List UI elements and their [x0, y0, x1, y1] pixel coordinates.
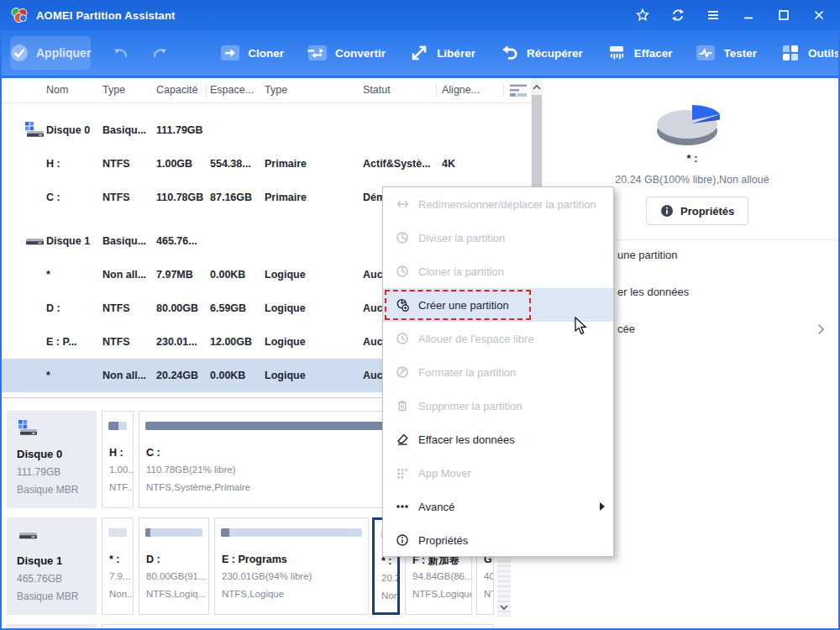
- table-row-disk[interactable]: Disque 0Basiqu...111.79GB: [0, 113, 529, 147]
- toolbar-button-label: Récupérer: [527, 47, 583, 60]
- cell-ptype: Logique: [265, 291, 306, 325]
- action-item-fragment[interactable]: cée: [617, 323, 635, 338]
- disk-style: Basique MBR: [17, 484, 78, 496]
- usage-bar: [145, 528, 202, 537]
- menu-item-label: Avancé: [418, 501, 454, 513]
- undo-icon[interactable]: [113, 42, 129, 64]
- column-header-0[interactable]: Nom: [46, 78, 68, 102]
- redo-icon[interactable]: [151, 42, 168, 64]
- cell-name: Disque 1: [46, 224, 90, 258]
- context-menu: Redimensionner/déplacer la partitionDivi…: [382, 186, 614, 557]
- advanced-icon: [395, 500, 410, 513]
- cell-type: NTFS: [102, 325, 130, 359]
- partition-block[interactable]: * :7.9...Non...: [102, 517, 134, 615]
- toolbar-button-récupérer[interactable]: Récupérer: [499, 43, 583, 63]
- table-row-partition[interactable]: H :NTFS1.00GB554.38...PrimaireActif&Syst…: [0, 147, 529, 181]
- toolbar-button-outils[interactable]: Outils: [780, 43, 840, 63]
- tools-icon: [780, 43, 801, 63]
- partition-size: 80.00GB(91...: [146, 571, 207, 581]
- toolbar-button-convertir[interactable]: Convertir: [307, 43, 386, 63]
- cell-capacity: 110.78GB: [156, 181, 203, 214]
- menu-item-propri-t-s[interactable]: Propriétés: [383, 523, 613, 557]
- cell-capacity: 7.97MB: [156, 258, 193, 291]
- recover-icon: [499, 43, 519, 63]
- partition-label: * :: [381, 555, 392, 567]
- cell-free: 87.16GB: [210, 181, 252, 214]
- scroll-down-icon[interactable]: [499, 600, 509, 615]
- cell-name: Disque 0: [46, 113, 90, 147]
- minimize-icon[interactable]: [736, 4, 761, 26]
- partition-block[interactable]: E : Programs230.01GB(94% libre)NTFS,Logi…: [214, 517, 369, 615]
- cell-ptype: Primaire: [265, 147, 307, 181]
- menu-icon[interactable]: [701, 4, 726, 26]
- disk-style: Basique MBR: [17, 591, 78, 602]
- menu-item-label: Formater la partition: [418, 366, 516, 379]
- cell-capacity: 80.00GB: [156, 291, 198, 325]
- cell-free: 0.00KB: [210, 258, 245, 291]
- cell-capacity: 20.24GB: [156, 359, 198, 392]
- header-separator: [503, 84, 504, 97]
- cell-type: NTFS: [102, 291, 130, 325]
- check-icon: [10, 44, 29, 62]
- info-icon: [660, 204, 674, 218]
- properties-button[interactable]: Propriétés: [646, 197, 748, 225]
- window-title: AOMEI Partition Assistant: [36, 9, 176, 22]
- toolbar: Appliquer ClonerConvertirLibérerRécupére…: [0, 30, 840, 76]
- disk-name: Disque 1: [17, 554, 62, 567]
- partition-fs: NTFS,Logique: [412, 589, 472, 599]
- clone-icon: [220, 43, 240, 63]
- partition-block[interactable]: D :80.00GB(91...NTFS,Logiq...: [139, 517, 209, 615]
- convert-icon: [307, 43, 328, 63]
- disk-system-icon: [24, 121, 45, 143]
- column-header-4[interactable]: Type: [265, 78, 287, 102]
- disk-card-0[interactable]: Disque 0111.79GBBasique MBR: [7, 411, 97, 508]
- app-window: AOMEI Partition Assistant Appliquer Clon…: [0, 0, 840, 630]
- column-header-3[interactable]: Espace...: [210, 78, 254, 102]
- cell-ptype: Logique: [265, 258, 306, 291]
- toolbar-button-label: Libérer: [437, 47, 475, 60]
- chevron-right-icon[interactable]: [817, 323, 825, 339]
- partition-fs: NTFS,Système,Primaire: [146, 482, 250, 492]
- toolbar-button-libérer[interactable]: Libérer: [409, 43, 475, 63]
- allocate-space-icon: [395, 332, 410, 345]
- cell-name: H :: [46, 147, 60, 181]
- disk-card-1[interactable]: Disque 1465.76GBBasique MBR: [7, 517, 97, 615]
- scroll-up-icon[interactable]: [532, 80, 542, 95]
- toolbar-button-effacer[interactable]: Effacer: [606, 43, 673, 63]
- maximize-icon[interactable]: [771, 4, 796, 26]
- star-icon[interactable]: [630, 4, 655, 26]
- partition-label: E : Programs: [222, 554, 287, 565]
- partition-fs: NTFS,Logique: [222, 589, 284, 599]
- selected-partition-info: 20.24 GB(100% libre),Non alloué: [544, 174, 840, 186]
- partition-fs: NTF...: [109, 482, 134, 492]
- partition-fs: NTF...: [484, 589, 494, 599]
- apply-button[interactable]: Appliquer: [10, 36, 91, 70]
- menu-item-label: Redimensionner/déplacer la partition: [418, 198, 596, 211]
- toolbar-button-label: Convertir: [335, 47, 386, 60]
- cell-ptype: Primaire: [265, 181, 307, 214]
- cell-capacity: 465.76...: [156, 224, 197, 258]
- menu-item-effacer-les-donn-es[interactable]: Effacer les données: [383, 423, 613, 456]
- close-icon[interactable]: [806, 4, 832, 26]
- toolbar-button-cloner[interactable]: Cloner: [220, 43, 284, 63]
- header-separator: [436, 84, 437, 97]
- column-header-2[interactable]: Capacité: [156, 78, 197, 102]
- resize-move-icon: [395, 197, 410, 211]
- menu-item-avanc-[interactable]: Avancé: [383, 490, 613, 523]
- menu-item-label: Diviser la partition: [418, 232, 505, 244]
- menu-item-label: App Mover: [418, 467, 471, 480]
- action-item-fragment[interactable]: er les données: [617, 286, 689, 301]
- sync-icon[interactable]: [665, 4, 690, 26]
- cell-name: C :: [46, 181, 60, 214]
- toolbar-button-tester[interactable]: Tester: [696, 43, 757, 63]
- disk-basic-icon: [24, 232, 45, 254]
- column-settings-icon[interactable]: [509, 83, 528, 101]
- toolbar-button-label: Effacer: [634, 47, 673, 60]
- column-header-1[interactable]: Type: [102, 78, 125, 102]
- partition-block[interactable]: H :1.00...NTF...: [102, 411, 134, 508]
- column-header-6[interactable]: Aligne...: [442, 78, 480, 102]
- action-item-fragment[interactable]: une partition: [617, 249, 678, 264]
- column-header-5[interactable]: Statut: [363, 78, 391, 102]
- split-partition-icon: [395, 231, 410, 244]
- wipe-data-icon: [395, 433, 410, 446]
